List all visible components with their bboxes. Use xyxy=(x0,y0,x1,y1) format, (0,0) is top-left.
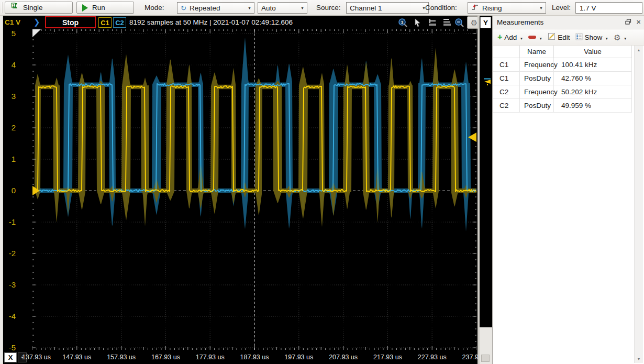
caret-down-icon: ▼ xyxy=(624,37,627,40)
edit-measurement-button[interactable]: Edit xyxy=(546,31,571,43)
condition-select[interactable]: Rising ▼ xyxy=(468,2,546,14)
pointer-tool-icon[interactable] xyxy=(411,17,424,28)
toolbar-grip[interactable] xyxy=(2,2,3,13)
x-tick-label: 207.93 us xyxy=(329,354,358,361)
y-tick-label: -4 xyxy=(4,312,16,321)
svg-text:1: 1 xyxy=(401,20,403,25)
add-measurement-button[interactable]: + Add ▼ xyxy=(496,32,525,42)
trigger-mode-value: Auto xyxy=(261,4,276,12)
stop-button-label: Stop xyxy=(62,18,79,27)
x-axis-button[interactable]: X xyxy=(4,352,17,362)
acquisition-status-text: 8192 samples at 50 MHz | 2021-01-07 02:4… xyxy=(129,18,293,26)
level-label: Level: xyxy=(552,4,571,12)
measurement-row[interactable]: C2Frequency50.202 kHz xyxy=(493,85,632,99)
measurements-scrollbar[interactable]: ▲ ▼ xyxy=(634,46,643,363)
scroll-up-icon[interactable]: ▲ xyxy=(635,46,643,54)
nav-chevron-icon[interactable]: ❯ xyxy=(34,17,40,27)
stop-button[interactable]: Stop xyxy=(45,16,96,28)
y-cursors-icon[interactable] xyxy=(440,17,453,28)
offscale-channel-marker[interactable] xyxy=(481,78,491,86)
trigger-mode-select[interactable]: Auto ▼ xyxy=(258,2,307,14)
condition-label: Condition: xyxy=(425,4,457,12)
y-tick-label: 0 xyxy=(4,186,16,195)
y-axis-channel-label[interactable]: C1 V xyxy=(5,18,20,26)
waveforms-scope-window: 1 Single Run Mode: ↻ Repeated ▼ Auto ▼ S… xyxy=(0,0,644,364)
x-tick-label: 217.93 us xyxy=(373,354,402,361)
caret-down-icon: ▼ xyxy=(539,6,543,10)
run-button[interactable]: Run xyxy=(76,2,134,14)
list-icon xyxy=(575,33,583,42)
zoom-region-icon[interactable]: 1 xyxy=(396,17,409,28)
x-tick-label: 197.93 us xyxy=(284,354,313,361)
tab-c1[interactable]: C1 xyxy=(98,17,112,28)
pencil-page-icon xyxy=(548,32,556,42)
x-tick-label: 237.93 us xyxy=(462,354,478,361)
measurements-panel: Measurements × + Add ▼ ▼ Edit xyxy=(492,16,644,364)
x-axis-bar: X ▼ 137.93 us147.93 us157.93 us167.93 us… xyxy=(3,351,478,364)
measurements-title: Measurements xyxy=(497,18,543,26)
gear-icon: ⚙ xyxy=(471,19,478,27)
x-tick-label: 137.93 us xyxy=(22,354,51,361)
y-tick-label: -3 xyxy=(4,280,16,290)
mode-select[interactable]: ↻ Repeated ▼ xyxy=(177,2,254,14)
source-select[interactable]: Channel 1 ▼ xyxy=(346,2,429,14)
measurements-settings-button[interactable]: ⚙ ▼ xyxy=(612,32,628,42)
y-tick-label: 4 xyxy=(4,60,16,70)
remove-measurement-button[interactable]: ▼ xyxy=(527,34,544,41)
y-tick-label: 3 xyxy=(4,92,16,101)
float-window-icon[interactable] xyxy=(625,19,631,25)
repeat-circle-icon: ↻ xyxy=(181,5,186,12)
measurements-toolbar: + Add ▼ ▼ Edit Show ▼ xyxy=(493,29,644,46)
measurement-row[interactable]: C1PosDuty42.760 % xyxy=(493,72,632,85)
tab-c2[interactable]: C2 xyxy=(113,17,126,28)
mode-label: Mode: xyxy=(145,4,164,12)
y-tick-label: 5 xyxy=(4,29,16,38)
measurement-name: PosDuty xyxy=(520,99,554,112)
y-axis-button[interactable]: Y xyxy=(480,17,491,28)
measurement-channel: C1 xyxy=(493,58,520,71)
measurement-name: Frequency xyxy=(520,85,554,98)
tab-c1-label: C1 xyxy=(101,19,109,27)
svg-text:1: 1 xyxy=(12,3,14,8)
measurements-header: Measurements × xyxy=(493,16,644,29)
measurement-channel: C2 xyxy=(493,85,520,98)
x-tick-label: 187.93 us xyxy=(240,354,269,361)
level-input[interactable] xyxy=(575,2,642,14)
x-tick-label: 147.93 us xyxy=(62,354,91,361)
y-tick-label: 1 xyxy=(4,155,16,164)
plus-icon: + xyxy=(497,34,502,41)
run-button-label: Run xyxy=(92,4,105,12)
y-tick-label: -1 xyxy=(4,217,16,227)
waveform-plot[interactable] xyxy=(32,29,476,351)
measurement-channel: C2 xyxy=(493,99,520,112)
single-button[interactable]: 1 Single xyxy=(5,2,73,14)
zoom-fit-icon[interactable] xyxy=(453,17,466,28)
y-tick-label: 2 xyxy=(4,123,16,133)
scope-plot-area: 543210-1-2-3-4-5 xyxy=(3,29,478,351)
measurement-row[interactable]: C1Frequency100.41 kHz xyxy=(493,58,632,72)
x-tick-label: 167.93 us xyxy=(151,354,180,361)
minus-icon xyxy=(528,36,536,39)
show-measurement-button[interactable]: Show ▼ xyxy=(574,32,610,43)
add-button-label: Add xyxy=(504,34,517,41)
mode-select-value: Repeated xyxy=(190,4,220,12)
scroll-down-icon[interactable]: ▼ xyxy=(635,355,643,363)
caret-down-icon: ▼ xyxy=(248,6,251,10)
y-tick-label: -2 xyxy=(4,249,16,258)
edit-button-label: Edit xyxy=(558,34,570,41)
measurement-value: 42.760 % xyxy=(554,72,632,85)
corner-grip[interactable] xyxy=(481,355,490,362)
single-button-label: Single xyxy=(23,4,43,12)
tab-c2-label: C2 xyxy=(115,19,124,27)
y-axis-button-label: Y xyxy=(483,19,488,27)
caret-down-icon: ▼ xyxy=(539,37,542,40)
rising-edge-icon xyxy=(471,4,479,13)
measurement-row[interactable]: C2PosDuty49.959 % xyxy=(493,99,632,113)
x-tick-label: 227.93 us xyxy=(418,354,447,361)
name-column-header: Name xyxy=(520,46,554,58)
x-cursors-icon[interactable] xyxy=(426,17,439,28)
source-label: Source: xyxy=(316,4,341,12)
close-icon[interactable]: × xyxy=(636,17,641,27)
measurement-name: Frequency xyxy=(520,58,554,71)
trigger-toolbar: 1 Single Run Mode: ↻ Repeated ▼ Auto ▼ S… xyxy=(0,0,644,16)
